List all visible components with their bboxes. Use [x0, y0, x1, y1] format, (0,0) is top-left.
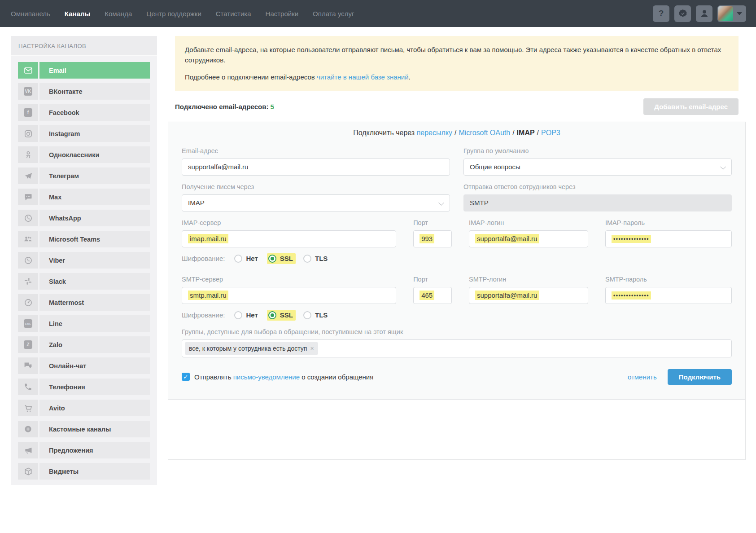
seal-check-icon [678, 9, 688, 18]
sidebar-item-microsoft-teams[interactable]: Microsoft Teams [18, 231, 150, 247]
method-пересылку[interactable]: пересылку [417, 129, 452, 137]
sidebar-item-label: ВКонтакте [39, 83, 150, 100]
add-email-button[interactable]: Добавить email-адрес [643, 98, 739, 115]
sidebar-item-mattermost[interactable]: Mattermost [18, 294, 150, 311]
sidebar-item-label: Одноклассники [39, 146, 150, 163]
nav-item-support-center[interactable]: Центр поддержки [146, 10, 201, 18]
remove-tag-icon[interactable]: × [310, 345, 314, 352]
actions-row: ✓ Отправлять письмо-уведомление о создан… [182, 369, 732, 385]
sidebar-item-label: Телеграм [39, 167, 150, 184]
method-pop3[interactable]: POP3 [541, 129, 560, 137]
sidebar-item-label: Телефония [39, 379, 150, 395]
knowledge-base-link[interactable]: читайте в нашей базе знаний [317, 73, 409, 81]
card-empty-area [168, 400, 745, 459]
sidebar-item-vkontakte[interactable]: VKВКонтакте [18, 83, 150, 100]
imap-encryption-radio-ssl[interactable]: SSL [267, 253, 296, 264]
send-via-field: SMTP [463, 194, 732, 211]
imap-server-label: IMAP-сервер [182, 219, 396, 226]
sidebar-item-odnoklassniki[interactable]: Одноклассники [18, 146, 150, 163]
connection-form: Подключить через пересылку/Microsoft OAu… [168, 122, 745, 400]
sidebar-item-telephony[interactable]: Телефония [18, 379, 150, 395]
main-content: Добавьте email-адреса, на которые пользо… [168, 36, 746, 460]
sidebar-item-label: Онлайн-чат [39, 357, 150, 374]
radio-icon [303, 311, 311, 319]
smtp-password-label: SMTP-пароль [605, 276, 732, 283]
nav-item-team[interactable]: Команда [105, 10, 132, 18]
sidebar-item-widgets[interactable]: Виджеты [18, 463, 150, 480]
method-imap[interactable]: IMAP [517, 129, 535, 137]
profile-button[interactable] [696, 5, 712, 22]
odnoklassniki-icon [18, 146, 38, 163]
nav-item-omnipanel[interactable]: Омнипанель [11, 10, 50, 18]
smtp-encryption-radio-нет[interactable]: Нет [233, 310, 260, 321]
imap-password-label: IMAP-пароль [605, 219, 732, 226]
chevron-down-icon [737, 12, 742, 15]
slack-icon [18, 273, 38, 290]
sidebar-item-label: Zalo [39, 336, 150, 353]
smtp-encryption-radio-tls[interactable]: TLS [302, 310, 330, 321]
connection-card: Подключить через пересылку/Microsoft OAu… [168, 122, 746, 460]
imap-login-input[interactable]: supportalfa@mail.ru [469, 230, 588, 247]
smtp-encryption-radio-ssl[interactable]: SSL [267, 310, 296, 321]
status-badge-button[interactable] [674, 5, 691, 22]
sidebar-item-line[interactable]: LINELine [18, 315, 150, 332]
chat-icon [18, 357, 38, 374]
sidebar-item-viber[interactable]: Viber [18, 252, 150, 269]
imap-encryption-radio-нет[interactable]: Нет [233, 253, 260, 264]
imap-server-input[interactable]: imap.mail.ru [182, 230, 396, 247]
sidebar-header: НАСТРОЙКА КАНАЛОВ [11, 36, 157, 56]
notify-checkbox[interactable]: ✓ [182, 373, 190, 381]
account-menu-button[interactable] [717, 5, 746, 22]
send-via-label: Отправка ответов сотрудников через [463, 183, 732, 190]
radio-icon [268, 255, 276, 263]
email-icon [18, 62, 38, 79]
person-icon [699, 9, 709, 18]
smtp-port-input[interactable]: 465 [413, 287, 452, 304]
sidebar-item-max[interactable]: Max [18, 189, 150, 205]
sidebar-item-label: Microsoft Teams [39, 231, 150, 247]
imap-password-input[interactable]: •••••••••••••• [605, 230, 732, 247]
nav-item-settings[interactable]: Настройки [266, 10, 299, 18]
default-group-select[interactable]: Общие вопросы [463, 159, 732, 176]
nav-item-payment[interactable]: Оплата услуг [313, 10, 354, 18]
imap-encryption-radio-tls[interactable]: TLS [302, 253, 330, 264]
facebook-icon: f [18, 104, 38, 121]
cancel-button[interactable]: отменить [628, 373, 657, 381]
sidebar-item-online-chat[interactable]: Онлайн-чат [18, 357, 150, 374]
method-microsoft-oauth[interactable]: Microsoft OAuth [459, 129, 510, 137]
notify-label: Отправлять письмо-уведомление о создании… [194, 373, 373, 381]
sidebar-item-label: Facebook [39, 104, 150, 121]
connect-button[interactable]: Подключить [668, 369, 732, 385]
instagram-icon [18, 125, 38, 142]
phone-icon [18, 379, 38, 395]
mattermost-icon [18, 294, 38, 311]
notification-letter-link[interactable]: письмо-уведомление [233, 373, 300, 381]
sidebar-item-telegram[interactable]: Телеграм [18, 167, 150, 184]
sidebar-item-facebook[interactable]: fFacebook [18, 104, 150, 121]
smtp-login-input[interactable]: supportalfa@mail.ru [469, 287, 588, 304]
groups-input[interactable]: все, к которым у сотрудника есть доступ … [182, 339, 732, 357]
max-icon [18, 189, 38, 205]
nav-item-channels[interactable]: Каналы [65, 10, 90, 18]
sidebar-item-zalo[interactable]: ZZalo [18, 336, 150, 353]
sidebar-item-label: Slack [39, 273, 150, 290]
smtp-server-input[interactable]: smtp.mail.ru [182, 287, 396, 304]
help-button[interactable]: ? [653, 5, 669, 22]
nav-item-statistics[interactable]: Статистика [216, 10, 251, 18]
sidebar-item-label: Line [39, 315, 150, 332]
sidebar-item-slack[interactable]: Slack [18, 273, 150, 290]
receive-via-select[interactable]: IMAP [182, 194, 450, 211]
sidebar-item-whatsapp[interactable]: WhatsApp [18, 210, 150, 226]
sidebar-item-email[interactable]: Email [18, 62, 150, 79]
email-input[interactable]: supportalfa@mail.ru [182, 159, 450, 176]
sidebar-item-avito[interactable]: Avito [18, 400, 150, 416]
imap-login-label: IMAP-логин [469, 219, 588, 226]
sidebar-item-suggestions[interactable]: Предложения [18, 442, 150, 458]
sidebar-item-custom-channels[interactable]: Кастомные каналы [18, 421, 150, 437]
whatsapp-icon [18, 210, 38, 226]
smtp-login-label: SMTP-логин [469, 276, 588, 283]
smtp-password-input[interactable]: •••••••••••••• [605, 287, 732, 304]
imap-port-input[interactable]: 993 [413, 230, 452, 247]
sidebar-item-instagram[interactable]: Instagram [18, 125, 150, 142]
sidebar-item-label: Instagram [39, 125, 150, 142]
